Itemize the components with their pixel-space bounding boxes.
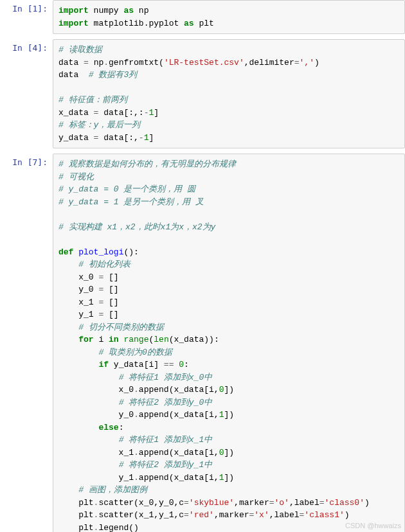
code-input-area[interactable]: # 观察数据是如何分布的，有无明显的分布规律 # 可视化 # y_data = … — [53, 154, 405, 532]
cell-prompt: In [7]: — [0, 154, 53, 532]
code-input-area[interactable]: import numpy as np import matplotlib.pyp… — [53, 0, 405, 34]
code-input-area[interactable]: # 读取数据 data = np.genfromtxt('LR-testSet.… — [53, 39, 405, 148]
watermark: CSDN @hwwaizs — [345, 522, 401, 529]
cell-prompt: In [1]: — [0, 0, 53, 34]
code-cell: In [1]:import numpy as np import matplot… — [0, 0, 405, 34]
cell-prompt: In [4]: — [0, 39, 53, 148]
code-cell: In [7]:# 观察数据是如何分布的，有无明显的分布规律 # 可视化 # y_… — [0, 154, 405, 532]
notebook-cells: In [1]:import numpy as np import matplot… — [0, 0, 405, 532]
code-cell: In [4]:# 读取数据 data = np.genfromtxt('LR-t… — [0, 39, 405, 148]
